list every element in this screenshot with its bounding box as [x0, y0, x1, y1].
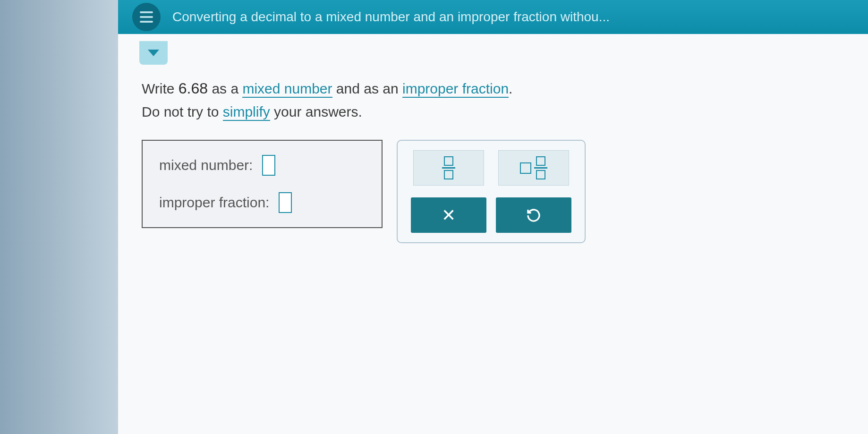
action-buttons-row: ✕: [407, 197, 575, 233]
improper-fraction-input[interactable]: [279, 192, 292, 213]
mixed-number-tool-button[interactable]: [498, 150, 569, 186]
menu-icon[interactable]: [132, 3, 161, 31]
question-number: 6.68: [179, 80, 208, 97]
mixed-number-label: mixed number:: [159, 157, 253, 173]
question-mid1: as a: [208, 81, 242, 96]
term-mixed-number[interactable]: mixed number: [242, 81, 332, 98]
answer-section: mixed number: improper fraction:: [142, 140, 844, 243]
question-suffix: .: [509, 81, 512, 96]
answer-box: mixed number: improper fraction:: [142, 140, 383, 228]
content-area: Write 6.68 as a mixed number and as an i…: [118, 34, 868, 434]
tool-panel: ✕: [397, 140, 586, 243]
header-bar: Converting a decimal to a mixed number a…: [118, 0, 868, 34]
mixed-number-row: mixed number:: [159, 155, 365, 176]
term-simplify[interactable]: simplify: [223, 104, 270, 121]
reset-icon: [526, 208, 541, 223]
fraction-tool-button[interactable]: [413, 150, 484, 186]
question-line2-suffix: your answers.: [270, 104, 362, 119]
dropdown-tab[interactable]: [139, 41, 168, 65]
question-prefix: Write: [142, 81, 179, 96]
improper-fraction-row: improper fraction:: [159, 192, 365, 213]
chevron-down-icon: [148, 50, 159, 56]
improper-fraction-label: improper fraction:: [159, 195, 269, 211]
question-mid2: and as an: [332, 81, 402, 96]
hamburger-icon: [140, 11, 153, 23]
clear-button[interactable]: ✕: [411, 197, 486, 233]
reset-button[interactable]: [496, 197, 571, 233]
fraction-icon: [442, 156, 455, 179]
mixed-number-input[interactable]: [262, 155, 275, 176]
mixed-fraction-icon: [520, 156, 547, 179]
term-improper-fraction[interactable]: improper fraction: [402, 81, 509, 98]
x-icon: ✕: [442, 205, 456, 225]
question-line2-prefix: Do not try to: [142, 104, 223, 119]
question-text: Write 6.68 as a mixed number and as an i…: [142, 77, 844, 123]
format-tools-row: [407, 150, 575, 186]
page-title: Converting a decimal to a mixed number a…: [172, 9, 610, 25]
